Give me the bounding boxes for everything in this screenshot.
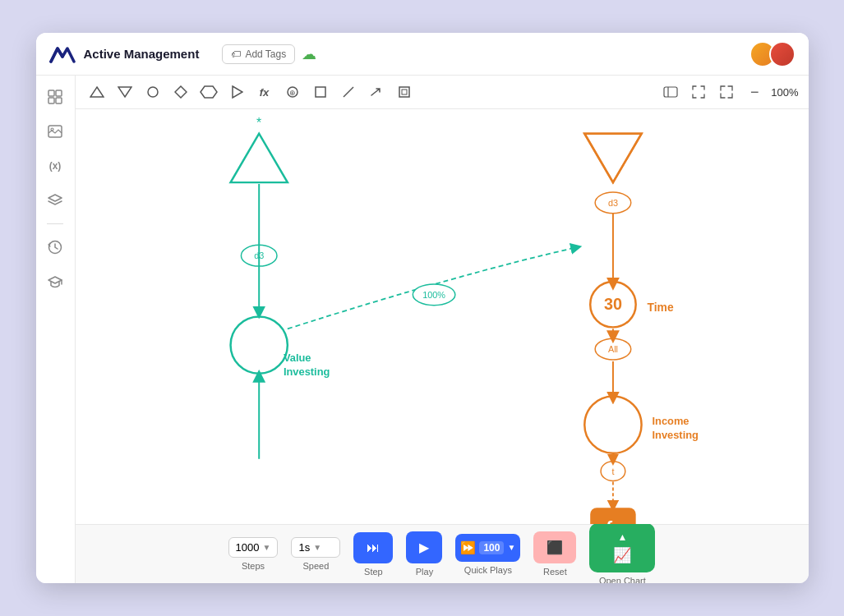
value-investing-label-2: Investing [283,365,329,378]
steps-dropdown-icon: ▼ [263,543,271,552]
arrow-tool[interactable] [365,80,388,103]
play-button[interactable]: ▶ [406,531,442,563]
investing-label: Investing [652,429,698,441]
view-options-button[interactable] [659,80,682,103]
inverted-triangle-tool[interactable] [113,80,136,103]
quick-plays-control: ⏩ 100 ▼ Quick Plays [455,534,520,575]
quick-plays-button[interactable]: ⏩ 100 ▼ [455,534,520,562]
chart-icon: 📈 [613,546,631,564]
play-control: ▶ Play [406,531,442,577]
svg-text:⊕: ⊕ [289,89,296,97]
quick-plays-icon: ⏩ [460,540,476,555]
variable-icon: (x) [49,160,62,172]
triangle-tool[interactable] [85,80,108,103]
orange-circle-node[interactable] [584,397,641,453]
sidebar: (x) [36,76,76,583]
teal-circle-node[interactable] [230,317,287,374]
reset-icon: ⬛ [547,540,563,555]
open-chart-label: Open Chart [599,576,646,584]
body: (x) [36,76,809,583]
process-tool[interactable] [197,80,220,103]
gate-tool[interactable]: ⊕ [281,80,304,103]
sidebar-item-layers[interactable] [40,186,70,215]
frame-tool[interactable] [393,80,416,103]
open-chart-control: ▲ 📈 Open Chart [589,523,655,584]
svg-line-12 [344,87,353,97]
speed-value: 1s [298,541,310,554]
canvas[interactable]: * d3 Value Investing 1 [76,109,809,524]
steps-control: 1000 ▼ Steps [228,537,279,571]
sidebar-item-history[interactable] [40,232,70,262]
logo: Active Management [49,44,200,65]
header: Active Management 🏷 Add Tags ☁ [36,33,809,76]
bottom-bar: 1000 ▼ Steps 1s ▼ Speed ⏭ [76,524,809,583]
svg-point-8 [148,87,158,97]
quick-plays-label: Quick Plays [464,565,512,575]
sidebar-item-variable[interactable]: (x) [40,151,70,181]
history-icon [48,240,62,255]
zoom-out-button[interactable]: − [743,80,766,103]
orange-triangle-node[interactable] [584,134,641,182]
add-tags-button[interactable]: 🏷 Add Tags [222,44,295,64]
percent-label: 100% [422,290,445,300]
add-tags-label: Add Tags [245,48,286,60]
app-title: Active Management [84,47,200,61]
teal-triangle-asterisk: * [256,116,261,130]
value-investing-label: Value [283,352,311,364]
svg-rect-13 [399,87,409,97]
speed-control: 1s ▼ Speed [291,537,340,571]
app-window: Active Management 🏷 Add Tags ☁ [36,33,809,583]
reset-control: ⬛ Reset [533,531,576,577]
d3-label-right: d3 [607,198,617,208]
cloud-icon: ☁ [302,45,316,63]
play-shape-tool[interactable] [225,80,248,103]
tag-icon: 🏷 [231,48,241,60]
svg-rect-14 [402,90,407,94]
line-tool[interactable] [337,80,360,103]
fit-button[interactable] [687,80,710,103]
reset-label: Reset [543,567,567,577]
fx-label: fx [605,517,621,524]
expand-button[interactable] [715,80,738,103]
open-chart-button[interactable]: ▲ 📈 [589,523,655,572]
speed-select[interactable]: 1s ▼ [291,537,340,558]
svg-rect-0 [48,90,54,96]
steps-select[interactable]: 1000 ▼ [228,537,279,558]
steps-value: 1000 [236,541,260,554]
avatar-group [749,41,796,67]
diagram-svg: * d3 Value Investing 1 [76,109,809,524]
svg-rect-3 [56,98,62,103]
toolbar-right: − 100% [659,80,798,103]
svg-rect-15 [664,87,677,97]
teal-triangle-node[interactable] [230,134,287,182]
orange-inv-triangle[interactable] [584,134,641,182]
sidebar-item-dashboard[interactable] [40,82,70,112]
main: fx ⊕ [76,76,809,583]
reset-button[interactable]: ⬛ [533,531,576,563]
quick-plays-dropdown: ▼ [507,543,515,552]
diamond-tool[interactable] [169,80,192,103]
sidebar-divider [47,223,63,224]
time-label: Time [647,301,673,314]
zoom-level: 100% [771,86,798,99]
step-label: Step [364,567,383,577]
step-icon: ⏭ [367,540,380,555]
svg-rect-1 [56,90,62,96]
speed-label: Speed [303,561,330,571]
quick-plays-count: 100 [479,541,504,554]
t-label: t [611,467,614,476]
avatar-2 [769,41,796,67]
function-tool[interactable]: fx [253,80,276,103]
toolbar: fx ⊕ [76,76,809,109]
chevron-up-icon: ▲ [617,531,627,543]
learn-icon [48,275,62,288]
sidebar-item-learn[interactable] [40,267,70,297]
step-control: ⏭ Step [353,532,393,577]
sidebar-item-image[interactable] [40,117,70,146]
play-icon: ▶ [419,540,429,555]
step-button[interactable]: ⏭ [353,532,393,563]
circle-tool[interactable] [141,80,164,103]
number-30: 30 [603,295,621,313]
svg-rect-2 [48,98,54,103]
square-tool[interactable] [309,80,332,103]
